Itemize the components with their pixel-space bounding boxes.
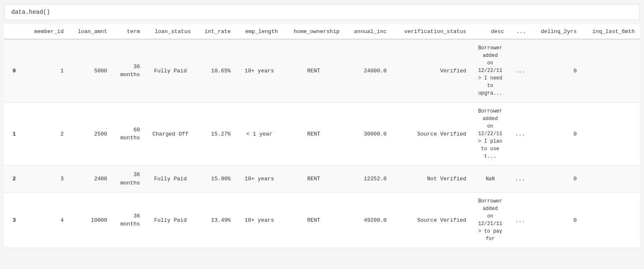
col-loan-amnt: loan_amnt xyxy=(69,24,112,39)
cell-loan_status: Charged Off xyxy=(145,102,196,166)
cell-emp_length: < 1 year xyxy=(236,102,283,166)
col-ellipsis: ... xyxy=(509,24,531,39)
cell-int_rate: 15.96% xyxy=(196,166,235,192)
cell-index: 3 xyxy=(4,192,25,248)
col-term: term xyxy=(112,24,145,39)
cell-loan_amnt: 2500 xyxy=(69,102,112,166)
cell-member_id: 4 xyxy=(25,192,69,248)
cell-ellipsis: ... xyxy=(509,39,531,102)
cell-verification_status: Source Verified xyxy=(392,192,471,248)
table-row: 341000036 monthsFully Paid13.49%10+ year… xyxy=(4,192,640,248)
cell-emp_length: 10+ years xyxy=(236,192,283,248)
cell-inq_last_6mths xyxy=(582,166,640,192)
cell-ellipsis: ... xyxy=(509,102,531,166)
col-annual-inc: annual_inc xyxy=(344,24,392,39)
cell-loan_status: Fully Paid xyxy=(145,192,196,248)
col-desc: desc xyxy=(471,24,509,39)
col-inq-last-6mths: inq_last_6mth xyxy=(582,24,640,39)
cell-desc: Borrower added on 12/22/11 > I need to u… xyxy=(471,39,509,102)
cell-loan_amnt: 2400 xyxy=(69,166,112,192)
col-loan-status: loan_status xyxy=(145,24,196,39)
col-member-id: member_id xyxy=(25,24,69,39)
cell-delinq_2yrs: 0 xyxy=(531,166,582,192)
cell-int_rate: 10.65% xyxy=(196,39,235,102)
cell-loan_amnt: 10000 xyxy=(69,192,112,248)
col-emp-length: emp_length xyxy=(236,24,283,39)
col-verification-status: verification_status xyxy=(392,24,471,39)
cell-verification_status: Source Verified xyxy=(392,102,471,166)
cell-home_ownership: RENT xyxy=(283,192,344,248)
cell-verification_status: Verified xyxy=(392,39,471,102)
cell-member_id: 3 xyxy=(25,166,69,192)
cell-index: 0 xyxy=(4,39,25,102)
cell-home_ownership: RENT xyxy=(283,102,344,166)
cell-home_ownership: RENT xyxy=(283,39,344,102)
cell-member_id: 2 xyxy=(25,102,69,166)
cell-annual_inc: 24000.0 xyxy=(344,39,392,102)
cell-index: 1 xyxy=(4,102,25,166)
cell-ellipsis: ... xyxy=(509,192,531,248)
cell-emp_length: 10+ years xyxy=(236,39,283,102)
cell-loan_amnt: 5000 xyxy=(69,39,112,102)
cell-desc: Borrower added on 12/22/11 > I plan to u… xyxy=(471,102,509,166)
cell-verification_status: Not Verified xyxy=(392,166,471,192)
cell-index: 2 xyxy=(4,166,25,192)
cell-member_id: 1 xyxy=(25,39,69,102)
cell-home_ownership: RENT xyxy=(283,166,344,192)
col-home-ownership: home_ownership xyxy=(283,24,344,39)
table-row: 01500036 monthsFully Paid10.65%10+ years… xyxy=(4,39,640,102)
cell-int_rate: 15.27% xyxy=(196,102,235,166)
cell-term: 60 months xyxy=(112,102,145,166)
cell-term: 36 months xyxy=(112,39,145,102)
cell-desc: NaN xyxy=(471,166,509,192)
table-container: member_id loan_amnt term loan_status int… xyxy=(4,24,640,248)
col-int-rate: int_rate xyxy=(196,24,235,39)
cell-annual_inc: 30000.0 xyxy=(344,102,392,166)
cell-inq_last_6mths xyxy=(582,39,640,102)
cell-delinq_2yrs: 0 xyxy=(531,39,582,102)
cell-term: 36 months xyxy=(112,166,145,192)
data-table: member_id loan_amnt term loan_status int… xyxy=(4,24,640,248)
cell-int_rate: 13.49% xyxy=(196,192,235,248)
table-header-row: member_id loan_amnt term loan_status int… xyxy=(4,24,640,39)
cell-loan_status: Fully Paid xyxy=(145,39,196,102)
table-row: 12250060 monthsCharged Off15.27%< 1 year… xyxy=(4,102,640,166)
cell-delinq_2yrs: 0 xyxy=(531,192,582,248)
cell-annual_inc: 12252.0 xyxy=(344,166,392,192)
cell-annual_inc: 49200.0 xyxy=(344,192,392,248)
cell-inq_last_6mths xyxy=(582,102,640,166)
cell-term: 36 months xyxy=(112,192,145,248)
cell-emp_length: 10+ years xyxy=(236,166,283,192)
cell-ellipsis: ... xyxy=(509,166,531,192)
col-index xyxy=(4,24,25,39)
col-delinq-2yrs: delinq_2yrs xyxy=(531,24,582,39)
cell-delinq_2yrs: 0 xyxy=(531,102,582,166)
cell-desc: Borrower added on 12/21/11 > to pay for xyxy=(471,192,509,248)
table-row: 23240036 monthsFully Paid15.96%10+ years… xyxy=(4,166,640,192)
cell-inq_last_6mths xyxy=(582,192,640,248)
cell-loan_status: Fully Paid xyxy=(145,166,196,192)
code-header: data.head() xyxy=(4,4,640,20)
